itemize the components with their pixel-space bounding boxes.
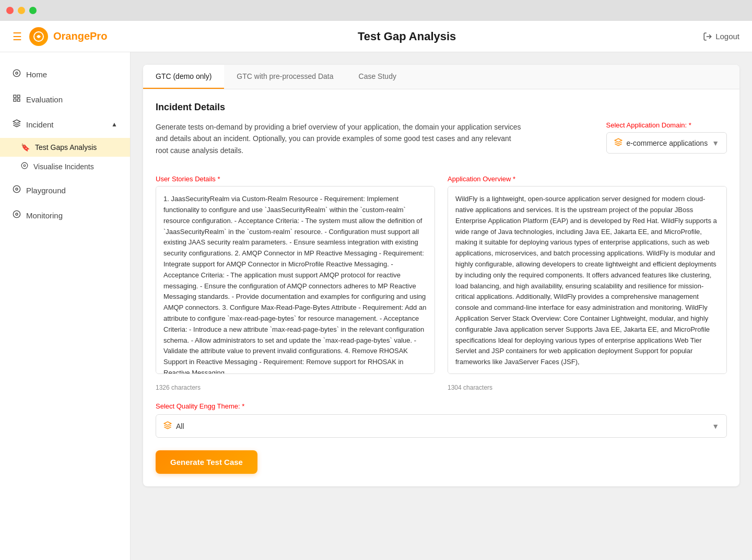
user-stories-chars: 1326 characters [156, 384, 201, 391]
domain-label: Select Application Domain: * [606, 121, 727, 129]
svg-point-12 [16, 188, 18, 190]
logout-label: Logout [715, 32, 739, 41]
app-overview-group: Application Overview * [448, 175, 727, 374]
svg-point-2 [13, 69, 20, 76]
sidebar-item-evaluation[interactable]: Evaluation [0, 88, 130, 111]
page-title: Test Gap Analysis [358, 30, 695, 43]
titlebar [0, 0, 752, 21]
svg-point-3 [16, 72, 18, 74]
svg-rect-7 [17, 99, 20, 101]
quality-section: Select Quality Engg Theme: * All ▼ [156, 402, 727, 438]
description-text: Generate tests on-demand by providing a … [156, 121, 521, 156]
quality-select-icon [163, 421, 172, 431]
tabs-header: GTC (demo only) GTC with pre-processed D… [143, 65, 739, 89]
fields-row: User Stories Details * Application Overv… [156, 175, 727, 374]
tabs-container: GTC (demo only) GTC with pre-processed D… [143, 65, 739, 486]
hamburger-icon[interactable]: ☰ [13, 30, 22, 43]
app-overview-label: Application Overview * [448, 175, 727, 183]
sidebar-label-visualise: Visualise Incidents [33, 162, 94, 171]
user-stories-label: User Stories Details * [156, 175, 435, 183]
svg-point-13 [13, 211, 20, 217]
visualise-icon [21, 162, 28, 171]
logo-icon [29, 27, 48, 46]
svg-point-10 [24, 165, 26, 167]
incident-icon [13, 119, 21, 130]
topnav: ☰ OrangePro Test Gap Analysis Logout [0, 21, 752, 52]
sidebar-item-test-gaps-analysis[interactable]: 🔖 Test Gaps Analysis [0, 138, 130, 157]
sidebar-item-incident[interactable]: Incident ▲ [0, 113, 130, 136]
sidebar-item-playground[interactable]: Playground [0, 179, 130, 202]
svg-marker-8 [13, 120, 20, 123]
sidebar-label-incident: Incident [26, 120, 54, 129]
svg-rect-4 [14, 95, 16, 98]
playground-icon [13, 185, 21, 195]
section-title: Incident Details [156, 102, 727, 113]
logo-text: OrangePro [53, 30, 107, 42]
quality-label: Select Quality Engg Theme: * [156, 402, 727, 410]
quality-select-value: All [176, 422, 184, 430]
tab-content: Incident Details Generate tests on-deman… [143, 89, 739, 486]
sidebar-label-monitoring: Monitoring [26, 211, 63, 220]
tab-case-study[interactable]: Case Study [346, 65, 409, 89]
domain-select[interactable]: e-commerce applications ▼ [606, 132, 727, 154]
user-stories-group: User Stories Details * [156, 175, 435, 374]
svg-marker-16 [164, 422, 171, 426]
close-button[interactable] [6, 7, 14, 14]
incident-header-row: Generate tests on-demand by providing a … [156, 121, 727, 167]
tab-gtc-demo[interactable]: GTC (demo only) [143, 65, 224, 89]
sidebar-item-monitoring[interactable]: Monitoring [0, 204, 130, 227]
char-counts-row: 1326 characters 1304 characters [156, 382, 727, 392]
svg-point-11 [13, 185, 20, 192]
sidebar-label-playground: Playground [26, 186, 66, 195]
app-overview-textarea[interactable] [448, 186, 727, 374]
app-overview-chars: 1304 characters [448, 384, 492, 391]
quality-select[interactable]: All ▼ [156, 414, 727, 438]
chevron-up-icon: ▲ [111, 121, 118, 128]
domain-chevron-icon: ▼ [712, 139, 719, 147]
content-area: GTC (demo only) GTC with pre-processed D… [131, 52, 752, 560]
sidebar: Home Evaluation Incident ▲ 🔖 Test Gaps A… [0, 52, 131, 560]
sidebar-label-home: Home [26, 70, 47, 79]
svg-point-14 [16, 213, 18, 215]
logout-button[interactable]: Logout [703, 32, 739, 41]
sidebar-label-test-gaps: Test Gaps Analysis [35, 143, 97, 151]
user-stories-char-count: 1326 characters [156, 382, 435, 392]
sidebar-submenu-incident: 🔖 Test Gaps Analysis Visualise Incidents [0, 138, 130, 177]
maximize-button[interactable] [29, 7, 37, 14]
home-icon [13, 69, 21, 79]
app-window: ☰ OrangePro Test Gap Analysis Logout [0, 21, 752, 560]
incident-details-section: Incident Details Generate tests on-deman… [156, 102, 727, 474]
minimize-button[interactable] [18, 7, 25, 14]
quality-chevron-icon: ▼ [712, 422, 719, 430]
domain-required-star: * [689, 121, 691, 129]
evaluation-icon [13, 94, 21, 104]
svg-marker-15 [615, 138, 621, 142]
sidebar-item-home[interactable]: Home [0, 63, 130, 86]
generate-test-case-button[interactable]: Generate Test Case [156, 450, 257, 474]
main-layout: Home Evaluation Incident ▲ 🔖 Test Gaps A… [0, 52, 752, 560]
test-gaps-icon: 🔖 [21, 143, 30, 151]
domain-select-value: e-commerce applications [627, 139, 708, 147]
logo-area: ☰ OrangePro [13, 27, 349, 46]
monitoring-icon [13, 210, 21, 220]
domain-selector-group: Select Application Domain: * e-commerce … [606, 121, 727, 154]
svg-rect-5 [17, 95, 20, 98]
domain-select-icon [614, 138, 622, 148]
tab-gtc-preprocessed[interactable]: GTC with pre-processed Data [224, 65, 346, 89]
svg-point-9 [21, 162, 28, 169]
user-stories-textarea[interactable] [156, 186, 435, 374]
app-overview-char-count: 1304 characters [448, 382, 727, 392]
sidebar-item-visualise-incidents[interactable]: Visualise Incidents [0, 157, 130, 177]
sidebar-label-evaluation: Evaluation [26, 95, 63, 104]
svg-rect-6 [14, 99, 16, 101]
